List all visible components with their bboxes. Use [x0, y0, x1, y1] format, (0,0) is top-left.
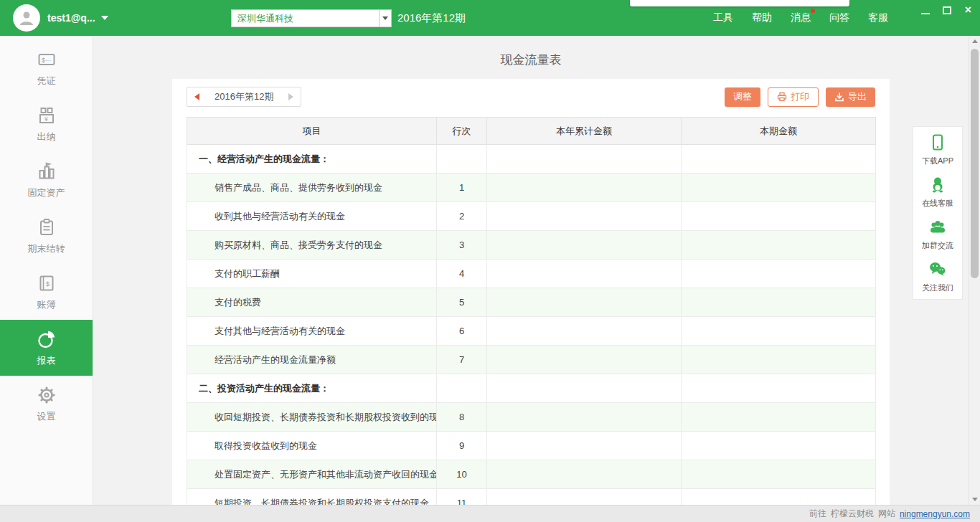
table-row[interactable]: 处置固定资产、无形资产和其他非流动资产收回的现金净额 10	[187, 460, 876, 489]
row-period-amount-cell[interactable]	[682, 174, 876, 202]
row-item-cell: 支付其他与经营活动有关的现金	[187, 317, 437, 346]
row-ytd-amount-cell[interactable]	[487, 317, 682, 346]
select-arrow-box	[379, 10, 391, 27]
sidebar-item-voucher[interactable]: $··· 凭证	[0, 40, 93, 96]
table-row[interactable]: 销售产成品、商品、提供劳务收到的现金 1	[187, 174, 876, 202]
row-ytd-amount-cell[interactable]	[487, 460, 682, 489]
row-ytd-amount-cell[interactable]	[487, 374, 682, 403]
table-row[interactable]: 收到其他与经营活动有关的现金 2	[187, 202, 876, 231]
row-ytd-amount-cell[interactable]	[487, 346, 682, 374]
arrow-up-icon	[972, 37, 978, 43]
row-period-amount-cell[interactable]	[682, 260, 876, 288]
next-period-button[interactable]	[282, 87, 301, 106]
sidebar-item-fixed-assets[interactable]: 固定资产	[0, 152, 93, 208]
vertical-scrollbar[interactable]	[969, 36, 980, 505]
row-item-cell: 经营活动产生的现金流量净额	[187, 346, 437, 374]
menu-item-support[interactable]: 客服	[868, 11, 888, 24]
row-ytd-amount-cell[interactable]	[487, 202, 682, 231]
sidebar-item-cashier[interactable]: ¥ 出纳	[0, 96, 93, 152]
user-icon	[17, 9, 36, 27]
maximize-button[interactable]	[942, 5, 951, 14]
row-line-cell: 11	[437, 489, 487, 506]
sidebar-item-reports[interactable]: 报表	[0, 320, 93, 376]
table-row[interactable]: 经营活动产生的现金流量净额 7	[187, 346, 876, 374]
online-support-link[interactable]: 在线客服	[922, 175, 953, 209]
menu-item-messages[interactable]: 消息	[791, 11, 811, 24]
previous-period-button[interactable]	[187, 87, 206, 106]
sidebar-item-settings[interactable]: 设置	[0, 376, 93, 432]
close-button[interactable]: ×	[963, 5, 973, 14]
row-line-cell: 4	[437, 260, 487, 288]
menu-item-help[interactable]: 帮助	[752, 11, 772, 24]
follow-us-link[interactable]: 关注我们	[922, 260, 953, 293]
table-row[interactable]: 一、经营活动产生的现金流量：	[187, 145, 876, 174]
sidebar-item-label: 账簿	[37, 298, 56, 311]
panel-toolbar: 2016年第12期 调整 打印	[172, 79, 890, 117]
table-row[interactable]: 收回短期投资、长期债券投资和长期股权投资收到的现金 8	[187, 403, 876, 432]
sidebar-item-period-closing[interactable]: 期末结转	[0, 208, 93, 264]
table-row[interactable]: 二、投资活动产生的现金流量：	[187, 374, 876, 403]
row-period-amount-cell[interactable]	[682, 145, 876, 174]
row-ytd-amount-cell[interactable]	[487, 145, 682, 174]
row-period-amount-cell[interactable]	[682, 403, 876, 432]
table-row[interactable]: 取得投资收益收到的现金 9	[187, 432, 876, 460]
row-line-cell: 9	[437, 432, 487, 460]
avatar[interactable]	[13, 4, 40, 32]
menu-item-qa[interactable]: 问答	[829, 11, 849, 24]
table-row[interactable]: 短期投资、长期债券投资和长期股权投资支付的现金 11	[187, 489, 876, 506]
account-menu[interactable]: test1@q...	[47, 0, 108, 36]
table-row[interactable]: 支付的职工薪酬 4	[187, 260, 876, 288]
sidebar-item-ledger[interactable]: $ 账簿	[0, 264, 93, 320]
row-period-amount-cell[interactable]	[682, 202, 876, 231]
row-ytd-amount-cell[interactable]	[487, 288, 682, 317]
table-row[interactable]: 支付其他与经营活动有关的现金 6	[187, 317, 876, 346]
join-group-link[interactable]: 加群交流	[922, 217, 953, 251]
row-period-amount-cell[interactable]	[682, 346, 876, 374]
row-ytd-amount-cell[interactable]	[487, 403, 682, 432]
row-item-cell: 销售产成品、商品、提供劳务收到的现金	[187, 174, 437, 202]
row-period-amount-cell[interactable]	[682, 317, 876, 346]
download-app-link[interactable]: 下载APP	[922, 133, 953, 166]
menu-item-tools[interactable]: 工具	[713, 11, 733, 24]
row-period-amount-cell[interactable]	[682, 374, 876, 403]
row-period-amount-cell[interactable]	[682, 432, 876, 460]
row-ytd-amount-cell[interactable]	[487, 489, 682, 506]
row-item-cell: 处置固定资产、无形资产和其他非流动资产收回的现金净额	[187, 460, 437, 489]
table-row[interactable]: 支付的税费 5	[187, 288, 876, 317]
chevron-down-icon	[382, 16, 388, 23]
site-link[interactable]: ningmengyun.com	[900, 509, 970, 519]
row-ytd-amount-cell[interactable]	[487, 174, 682, 202]
scrollbar-thumb[interactable]	[971, 49, 979, 278]
row-ytd-amount-cell[interactable]	[487, 260, 682, 288]
print-button[interactable]: 打印	[768, 87, 819, 107]
statusbar: 前往 柠檬云财税 网站 ningmengyun.com	[0, 505, 980, 522]
row-period-amount-cell[interactable]	[682, 460, 876, 489]
row-ytd-amount-cell[interactable]	[487, 432, 682, 460]
adjust-button[interactable]: 调整	[725, 87, 760, 107]
quick-links-panel: 下载APP 在线客服	[913, 126, 963, 300]
column-header-line: 行次	[437, 118, 487, 145]
row-line-cell: 8	[437, 403, 487, 432]
adjust-button-label: 调整	[733, 90, 752, 103]
row-line-cell	[437, 145, 487, 174]
column-header-item: 项目	[187, 118, 437, 145]
company-select[interactable]: 深圳华通科技	[231, 9, 392, 27]
export-button[interactable]: 导出	[826, 87, 875, 107]
table-row[interactable]: 购买原材料、商品、接受劳务支付的现金 3	[187, 231, 876, 260]
row-line-cell: 1	[437, 174, 487, 202]
scroll-up-button[interactable]	[969, 36, 980, 46]
row-item-cell: 取得投资收益收到的现金	[187, 432, 437, 460]
titlebar: test1@q... 深圳华通科技 2016年第12期 工具 帮助 消息 问答 …	[0, 0, 980, 36]
row-item-cell: 支付的税费	[187, 288, 437, 317]
row-line-cell: 10	[437, 460, 487, 489]
report-panel: 2016年第12期 调整 打印	[172, 79, 890, 505]
row-period-amount-cell[interactable]	[682, 231, 876, 260]
row-period-amount-cell[interactable]	[682, 288, 876, 317]
row-period-amount-cell[interactable]	[682, 489, 876, 506]
fixed-assets-icon	[37, 161, 57, 181]
row-ytd-amount-cell[interactable]	[487, 231, 682, 260]
quick-link-label: 下载APP	[922, 156, 953, 166]
period-pager-label: 2016年第12期	[206, 90, 282, 103]
scroll-down-button[interactable]	[969, 495, 980, 505]
minimize-button[interactable]	[920, 5, 930, 14]
